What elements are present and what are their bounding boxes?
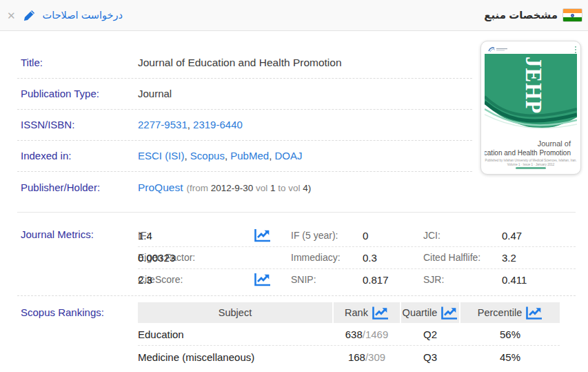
metric-value: 0.411 xyxy=(502,274,527,286)
metric-value: 0.00323 xyxy=(138,252,175,264)
percentile-trend-button[interactable] xyxy=(525,306,543,320)
rank-value: 168 xyxy=(348,351,365,363)
metric-label: SNIP: xyxy=(291,274,316,285)
rank-cell: 638/1469 xyxy=(334,329,400,340)
note-text: (from xyxy=(186,183,210,193)
metrics-row: Eigen Factor: 0.00323 Immediacy: 0.3 Cit… xyxy=(138,246,576,269)
publisher-note: (from 2012-9-30 vol 1 to vol 4) xyxy=(186,183,311,193)
issn-link[interactable]: 2277-9531 xyxy=(138,119,187,130)
if-trend-button[interactable] xyxy=(254,228,271,243)
journal-metrics-label: Journal Metrics: xyxy=(21,228,94,240)
metric-label: Immediacy: xyxy=(291,252,341,263)
metric-label: SJR: xyxy=(423,274,444,285)
close-icon[interactable]: ✕ xyxy=(7,10,16,21)
column-header-label: Percentile xyxy=(478,307,522,318)
index-link[interactable]: DOAJ xyxy=(274,150,302,161)
table-row: Education 638/1469 Q2 56% xyxy=(138,323,560,346)
scopus-rankings-table: Subject Rank Quartile Percentile xyxy=(138,302,560,368)
metric-value: 3.2 xyxy=(502,252,516,264)
note-text: 2012-9-30 xyxy=(211,183,254,193)
metrics-row: CiteScore: 2.3 SNIP: 0.817 SJR: 0.411 xyxy=(138,268,576,291)
title-label: Title: xyxy=(21,57,43,68)
header-bar: ✕ درخواست اصلاحات مشخصات منبع xyxy=(0,0,588,31)
trend-chart-icon xyxy=(372,306,389,320)
cover-acronym: JEHP xyxy=(523,57,545,114)
note-text: 1 xyxy=(270,183,276,193)
publisher-row: Publisher/Holder: ProQuest(from 2012-9-3… xyxy=(17,172,472,203)
index-link[interactable]: PubMed xyxy=(230,150,269,161)
publication-type-row: Publication Type: Journal xyxy=(17,78,472,110)
trend-chart-icon xyxy=(525,306,543,320)
note-text: 4) xyxy=(303,183,311,193)
separator: , xyxy=(187,119,193,130)
issn-link[interactable]: 2319-6440 xyxy=(193,119,243,130)
scopus-rankings-label: Scopus Rankings: xyxy=(21,306,104,318)
trend-chart-icon xyxy=(254,273,271,287)
citescore-trend-button[interactable] xyxy=(254,273,271,287)
publication-type-value: Journal xyxy=(138,88,172,99)
indexed-in-row: Indexed in: ESCI (ISI), Scopus, PubMed, … xyxy=(17,140,472,172)
percentile-cell: 45% xyxy=(460,351,560,363)
medknow-logo xyxy=(487,46,510,53)
publisher-value: ProQuest(from 2012-9-30 vol 1 to vol 4) xyxy=(138,182,311,194)
metrics-row: IF: 1.4 IF (5 year): 0 JCI: 0.47 xyxy=(138,224,576,247)
trend-chart-icon xyxy=(440,306,458,320)
metric-value: 0.47 xyxy=(502,230,522,242)
metric-value: 0 xyxy=(363,230,368,242)
column-header-rank: Rank xyxy=(334,302,400,323)
table-header-row: Subject Rank Quartile Percentile xyxy=(138,302,560,323)
rank-cell: 168/309 xyxy=(334,351,400,363)
indexed-in-label: Indexed in: xyxy=(21,150,71,161)
metric-label: IF (5 year): xyxy=(291,230,338,241)
page-title: مشخصات منبع xyxy=(484,9,558,21)
note-text: vol xyxy=(253,183,270,193)
column-header-subject: Subject xyxy=(138,302,332,323)
note-text: to vol xyxy=(276,183,303,193)
journal-cover-image: JEHP Journal of Education and Health Pro… xyxy=(485,45,577,170)
rank-total: /309 xyxy=(365,351,385,363)
cover-title-line2: Education and Health Promotion xyxy=(485,149,571,157)
source-details-panel: ✕ درخواست اصلاحات مشخصات منبع Title: Jou… xyxy=(0,0,588,372)
quartile-cell: Q2 xyxy=(401,329,459,340)
publication-type-label: Publication Type: xyxy=(21,88,99,99)
percentile-cell: 56% xyxy=(460,329,560,340)
index-link[interactable]: ESCI (ISI) xyxy=(138,150,185,161)
issn-links: 2277-9531, 2319-6440 xyxy=(138,119,243,130)
index-link[interactable]: Scopus xyxy=(190,150,225,161)
column-header-label: Subject xyxy=(219,307,252,318)
metric-value: 2.3 xyxy=(138,274,152,286)
rank-total: /1469 xyxy=(363,329,389,340)
cover-publisher-line: Published by Isfahan University of Medic… xyxy=(485,159,577,162)
section-divider xyxy=(17,295,576,296)
indexed-in-links: ESCI (ISI), Scopus, PubMed, DOAJ xyxy=(138,150,302,161)
cover-issue-line: Volume 1 · Issue 1 · January 2012 xyxy=(485,163,577,166)
subject-cell: Medicine (miscellaneous) xyxy=(138,351,332,363)
cover-website-line xyxy=(516,167,546,169)
metric-value: 0.3 xyxy=(363,252,377,264)
quartile-trend-button[interactable] xyxy=(440,306,458,320)
quartile-cell: Q3 xyxy=(401,351,459,363)
metric-value: 1.4 xyxy=(138,230,152,242)
rank-trend-button[interactable] xyxy=(372,306,389,320)
subject-cell: Education xyxy=(138,329,332,340)
publisher-label: Publisher/Holder: xyxy=(21,182,100,193)
india-flag-icon xyxy=(562,8,582,22)
metric-value: 0.817 xyxy=(363,274,389,286)
column-header-quartile: Quartile xyxy=(401,302,459,323)
table-row: Medicine (miscellaneous) 168/309 Q3 45% xyxy=(138,346,560,368)
publisher-link[interactable]: ProQuest xyxy=(138,182,183,193)
rank-value: 638 xyxy=(345,329,363,340)
column-header-label: Quartile xyxy=(403,307,438,318)
separator: , xyxy=(185,150,190,161)
section-divider xyxy=(17,212,576,213)
metric-label: JCI: xyxy=(423,230,440,241)
issn-row: ISSN/ISBN: 2277-9531, 2319-6440 xyxy=(17,109,472,141)
journal-cover[interactable]: JEHP Journal of Education and Health Pro… xyxy=(480,41,581,175)
title-row: Title: Journal of Education and Health P… xyxy=(17,47,472,79)
request-corrections-link[interactable]: درخواست اصلاحات xyxy=(43,10,123,21)
cover-title-line1: Journal of xyxy=(538,139,571,148)
edit-pencil-icon[interactable] xyxy=(23,10,35,21)
column-header-percentile: Percentile xyxy=(460,302,560,323)
metric-label: Cited Halflife: xyxy=(423,252,480,263)
issn-label: ISSN/ISBN: xyxy=(21,119,74,130)
